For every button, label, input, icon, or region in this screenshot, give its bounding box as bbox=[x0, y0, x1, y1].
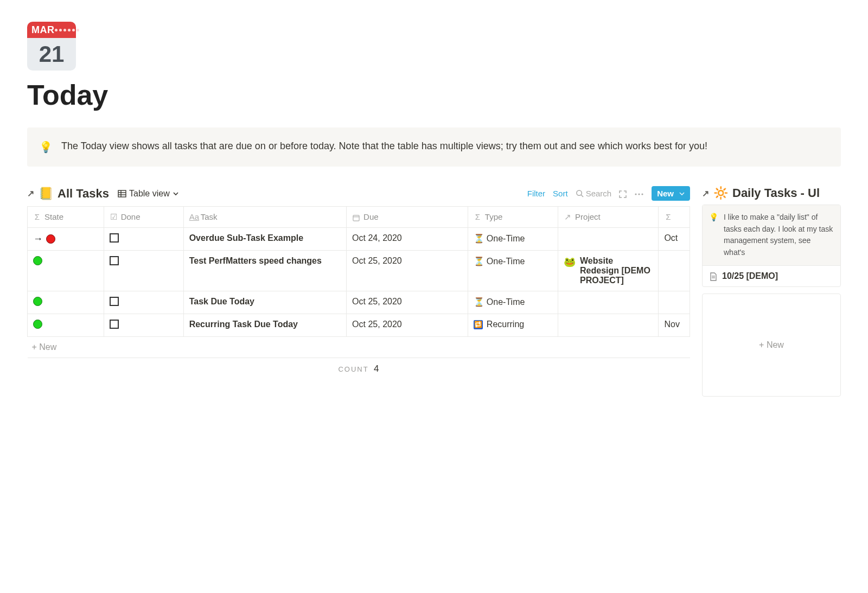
table-row[interactable]: →Overdue Sub-Task ExampleOct 24, 2020⏳On… bbox=[28, 228, 690, 251]
filter-button[interactable]: Filter bbox=[527, 189, 545, 198]
status-dot-icon bbox=[33, 320, 42, 329]
svg-rect-0 bbox=[118, 190, 126, 197]
hourglass-icon: ⏳ bbox=[474, 297, 484, 307]
type-label: One-Time bbox=[487, 234, 525, 244]
database-header: ↗ 📒 All Tasks Table view Filter Sort Sea… bbox=[27, 184, 690, 206]
sidebar-card[interactable]: 💡 I like to make a "daily list" of tasks… bbox=[702, 205, 841, 287]
col-due[interactable]: Due bbox=[347, 207, 468, 228]
type-label: One-Time bbox=[487, 257, 525, 266]
new-button-label: New bbox=[657, 189, 674, 198]
table-row[interactable]: Test PerfMatters speed changesOct 25, 20… bbox=[28, 251, 690, 291]
type-label: Recurring bbox=[487, 320, 524, 329]
new-button[interactable]: New bbox=[652, 186, 690, 201]
due-cell[interactable]: Oct 25, 2020 bbox=[347, 251, 468, 291]
page-icon-month: MAR bbox=[31, 24, 55, 36]
done-checkbox[interactable] bbox=[110, 256, 119, 265]
due-cell[interactable]: Oct 25, 2020 bbox=[347, 291, 468, 314]
table-row[interactable]: Recurring Task Due TodayOct 25, 2020🔁Rec… bbox=[28, 314, 690, 337]
count-label: COUNT bbox=[338, 365, 368, 373]
status-dot-icon bbox=[33, 256, 42, 265]
document-icon bbox=[709, 271, 718, 281]
task-name[interactable]: Recurring Task Due Today bbox=[189, 320, 298, 329]
search-button[interactable]: Search bbox=[576, 189, 612, 198]
svg-rect-9 bbox=[353, 215, 359, 220]
open-as-page-icon[interactable]: ↗ bbox=[702, 188, 709, 199]
recurring-icon: 🔁 bbox=[474, 320, 483, 329]
svg-line-5 bbox=[581, 195, 583, 197]
table-row[interactable]: Task Due TodayOct 25, 2020⏳One-Time bbox=[28, 291, 690, 314]
database-title[interactable]: All Tasks bbox=[58, 187, 109, 201]
sun-icon: 🔆 bbox=[713, 186, 728, 200]
sidebar-new-label: + New bbox=[759, 340, 784, 350]
col-done[interactable]: ☑Done bbox=[104, 207, 183, 228]
due-cell[interactable]: Oct 25, 2020 bbox=[347, 314, 468, 337]
svg-point-7 bbox=[639, 193, 640, 195]
extra-cell[interactable] bbox=[659, 291, 690, 314]
status-dot-icon bbox=[46, 234, 55, 244]
sidebar-new-card[interactable]: + New bbox=[702, 294, 841, 397]
task-name[interactable]: Overdue Sub-Task Example bbox=[189, 233, 303, 243]
svg-point-4 bbox=[577, 190, 582, 195]
table-icon bbox=[118, 189, 126, 198]
chevron-down-icon bbox=[173, 190, 179, 197]
extra-cell[interactable] bbox=[659, 251, 690, 291]
page-icon[interactable]: MAR 21 bbox=[27, 22, 76, 71]
more-icon[interactable] bbox=[634, 189, 644, 198]
svg-point-8 bbox=[642, 193, 643, 195]
done-checkbox[interactable] bbox=[110, 297, 119, 306]
status-dot-icon bbox=[33, 297, 42, 306]
expand-icon[interactable] bbox=[619, 189, 627, 198]
sidebar-note-text: I like to make a "daily list" of tasks e… bbox=[724, 212, 834, 259]
table-header-row: ΣState ☑Done AaTask Due ΣType ↗Project Σ bbox=[28, 207, 690, 228]
callout: 💡 The Today view shows all tasks that ar… bbox=[27, 127, 841, 167]
sort-button[interactable]: Sort bbox=[553, 189, 568, 198]
sidebar-item-label: 10/25 [DEMO] bbox=[722, 271, 778, 281]
count-value: 4 bbox=[374, 364, 379, 374]
done-checkbox[interactable] bbox=[110, 320, 119, 329]
arrow-right-icon: → bbox=[33, 233, 43, 245]
page-icon-day: 21 bbox=[39, 41, 65, 67]
due-cell[interactable]: Oct 24, 2020 bbox=[347, 228, 468, 251]
task-name[interactable]: Test PerfMatters speed changes bbox=[189, 256, 322, 265]
extra-cell[interactable]: Oct bbox=[659, 228, 690, 251]
view-label: Table view bbox=[129, 189, 170, 199]
sidebar-db-title[interactable]: Daily Tasks - Ul bbox=[732, 186, 820, 200]
hourglass-icon: ⏳ bbox=[474, 256, 484, 266]
page-title[interactable]: Today bbox=[27, 79, 841, 111]
new-row[interactable]: + New bbox=[28, 337, 690, 358]
project-name[interactable]: Website Redesign [DEMO PROJECT] bbox=[580, 256, 653, 285]
svg-point-6 bbox=[635, 193, 637, 195]
search-icon bbox=[576, 189, 584, 197]
col-state[interactable]: ΣState bbox=[28, 207, 104, 228]
project-emoji-icon: 🐸 bbox=[564, 256, 576, 285]
done-checkbox[interactable] bbox=[110, 233, 119, 243]
col-type[interactable]: ΣType bbox=[468, 207, 558, 228]
col-extra[interactable]: Σ bbox=[659, 207, 690, 228]
task-name[interactable]: Task Due Today bbox=[189, 297, 254, 306]
col-task[interactable]: AaTask bbox=[183, 207, 346, 228]
chevron-down-icon[interactable] bbox=[679, 190, 685, 197]
open-as-page-icon[interactable]: ↗ bbox=[27, 188, 34, 199]
table-footer: COUNT 4 bbox=[27, 358, 690, 374]
lightbulb-icon: 💡 bbox=[709, 212, 718, 259]
search-label: Search bbox=[586, 189, 612, 198]
lightbulb-icon: 💡 bbox=[39, 138, 53, 156]
tasks-table: ΣState ☑Done AaTask Due ΣType ↗Project Σ… bbox=[27, 206, 690, 358]
col-project[interactable]: ↗Project bbox=[558, 207, 659, 228]
database-emoji-icon: 📒 bbox=[39, 187, 53, 201]
callout-text: The Today view shows all tasks that are … bbox=[61, 138, 707, 156]
hourglass-icon: ⏳ bbox=[474, 233, 484, 244]
extra-cell[interactable]: Nov bbox=[659, 314, 690, 337]
view-selector[interactable]: Table view bbox=[118, 189, 179, 199]
type-label: One-Time bbox=[487, 297, 525, 307]
